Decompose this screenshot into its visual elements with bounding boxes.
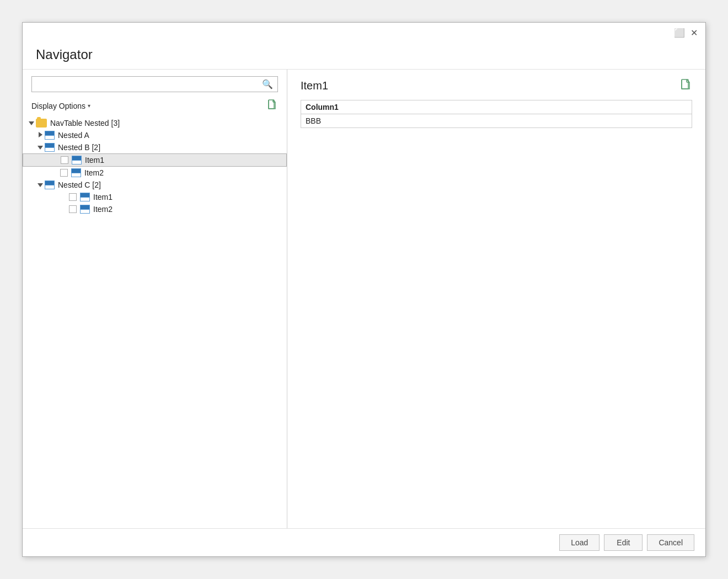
cancel-button[interactable]: Cancel [647,534,694,551]
tree-item-nested-b[interactable]: Nested B [2] [23,141,287,153]
tree-item-nested-c-item1[interactable]: Item1 [23,191,287,203]
tree-item-nested-a-label: Nested A [58,131,89,140]
close-button[interactable]: ✕ [689,28,699,38]
tree-item-nested-b-item1[interactable]: Item1 [23,153,287,167]
search-icon: 🔍 [262,79,273,89]
preview-table: Column1 BBB [301,100,692,128]
preview-header: Item1 [301,78,692,93]
title-bar-buttons: ⬜ ✕ [675,28,699,38]
expand-arrow-icon [36,131,45,140]
navigator-window: ⬜ ✕ Navigator 🔍 Display Options ▾ [22,22,706,557]
content-area: 🔍 Display Options ▾ [23,69,705,528]
page-title: Navigator [23,43,705,69]
table-icon [72,156,82,164]
tree-item-nested-c-label: Nested C [2] [58,180,101,189]
collapse-arrow-icon [27,119,36,128]
tree-area: NavTable Nested [3] Nested A [23,117,287,528]
preview-table-header-col1: Column1 [301,100,692,114]
chevron-down-icon: ▾ [88,103,90,109]
checkbox-nested-c-item2[interactable] [69,205,77,213]
svg-rect-3 [682,79,688,89]
display-options-row: Display Options ▾ [23,97,287,117]
display-options-label: Display Options [31,102,85,110]
table-icon [80,205,90,214]
tree-item-nested-c-item2-label: Item2 [93,205,113,214]
checkbox-nested-c-item1[interactable] [69,193,77,201]
checkbox-nested-b-item2[interactable] [60,169,68,177]
tree-item-nested-c-item2[interactable]: Item2 [23,203,287,215]
title-bar: ⬜ ✕ [23,23,705,43]
checkbox-nested-b-item1[interactable] [61,156,68,164]
tree-item-nested-b-label: Nested B [2] [58,143,100,152]
search-bar: 🔍 [31,76,278,92]
table-icon [45,131,55,140]
tree-item-nested-a[interactable]: Nested A [23,129,287,141]
preview-table-cell-bbb: BBB [301,114,692,128]
tree-item-nested-b-item2[interactable]: Item2 [23,167,287,179]
tree-root-label: NavTable Nested [3] [50,119,120,128]
table-row: BBB [301,114,692,128]
tree-item-nested-c[interactable]: Nested C [2] [23,179,287,191]
collapse-arrow-icon [36,180,45,189]
collapse-arrow-icon [36,143,45,152]
maximize-button[interactable]: ⬜ [675,28,684,38]
search-input[interactable] [36,80,262,89]
edit-button[interactable]: Edit [604,534,643,551]
folder-icon [36,119,47,128]
file-icon-button[interactable] [267,99,278,113]
tree-root[interactable]: NavTable Nested [3] [23,117,287,129]
bottom-bar: Load Edit Cancel [23,528,705,556]
tree-item-nested-b-item1-label: Item1 [85,156,104,164]
table-icon [45,143,55,152]
display-options-button[interactable]: Display Options ▾ [31,102,90,110]
tree-item-nested-c-item1-label: Item1 [93,193,113,201]
preview-title: Item1 [301,79,328,92]
left-panel: 🔍 Display Options ▾ [23,70,287,528]
preview-file-icon [680,78,692,93]
table-icon [71,168,81,177]
load-button[interactable]: Load [559,534,599,551]
tree-item-nested-b-item2-label: Item2 [84,168,104,177]
right-panel: Item1 Column1 [287,70,705,528]
table-icon [45,180,55,189]
table-icon [80,193,90,201]
